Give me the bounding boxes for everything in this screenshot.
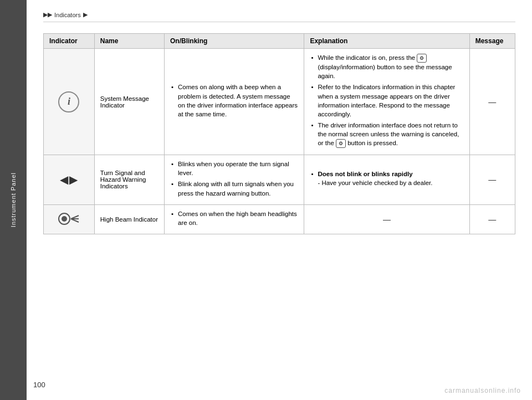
info-icon: i [58,91,79,112]
highbeam-svg [58,211,80,227]
table-row: i System Message Indicator Comes on alon… [44,49,515,155]
watermark: carmanualsonline.info [444,387,521,394]
display-button-icon: ⚙ [417,54,427,63]
col-header-explanation: Explanation [304,34,469,49]
indicator-on-blinking-highbeam: Comes on when the high beam headlights a… [164,204,304,234]
col-header-message: Message [469,34,515,49]
page-number: 100 [33,381,45,389]
indicator-explanation-turnsignal: Does not blink or blinks rapidly- Have y… [304,155,469,204]
indicator-name-highbeam: High Beam Indicator [94,204,164,234]
explanation-bold: Does not blink or blinks rapidly [318,171,412,177]
indicator-explanation-system: While the indicator is on, press the ⚙ (… [304,49,469,155]
arrow-right-icon: ▶ [69,173,78,186]
breadcrumb-text: Indicators [54,12,81,18]
table-row: High Beam Indicator Comes on when the hi… [44,204,515,234]
svg-point-1 [62,216,67,222]
indicator-on-blinking-turnsignal: Blinks when you operate the turn signal … [164,155,304,204]
table-row: ◀ ▶ Turn Signal and Hazard Warning Indic… [44,155,515,204]
col-header-name: Name [94,34,164,49]
indicator-icon-system: i [44,49,95,155]
indicator-message-system: — [469,49,515,155]
highbeam-icon [58,211,80,227]
indicator-explanation-highbeam: — [304,204,469,234]
arrow-left-icon: ◀ [60,173,68,186]
indicators-table: Indicator Name On/Blinking Explanation M… [43,33,515,234]
indicator-icon-highbeam [44,204,95,234]
indicator-icon-turnsignal: ◀ ▶ [44,155,95,204]
indicator-message-turnsignal: — [469,155,515,204]
main-content: ▶▶ Indicators ▶ Indicator Name On/Blinki… [27,0,532,245]
display-button-icon2: ⚙ [336,139,346,148]
breadcrumb-arrow1: ▶▶ [43,11,52,18]
sidebar-label: Instrument Panel [10,172,17,227]
indicator-name-system: System Message Indicator [94,49,164,155]
indicator-message-highbeam: — [469,204,515,234]
breadcrumb: ▶▶ Indicators ▶ [43,11,515,22]
col-header-on-blinking: On/Blinking [164,34,304,49]
breadcrumb-arrow2: ▶ [83,11,88,18]
sidebar: Instrument Panel [0,0,27,400]
indicator-name-turnsignal: Turn Signal and Hazard Warning Indicator… [94,155,164,204]
indicator-on-blinking-system: Comes on along with a beep when a proble… [164,49,304,155]
turn-signal-icon: ◀ ▶ [60,173,78,186]
col-header-indicator: Indicator [44,34,95,49]
